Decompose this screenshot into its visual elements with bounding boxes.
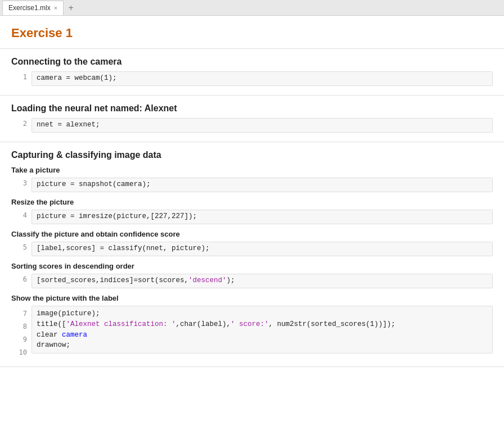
main-content: Exercise 1 Connecting to the camera 1 ca…	[0, 16, 504, 435]
label-sorting-scores: Sorting scores in descending order	[11, 262, 493, 270]
code-line-8: title(['Alexnet classification: ',char(l…	[37, 319, 488, 330]
code-cell-6[interactable]: [sorted_scores,indices]=sort(scores,'des…	[32, 274, 493, 288]
code-line-10: drawnow;	[37, 340, 488, 351]
code-cell-4[interactable]: picture = imresize(picture,[227,227]);	[32, 210, 493, 224]
tab-label: Exercise1.mlx	[8, 4, 51, 12]
code-rows-7-10: 7 8 9 10 image(picture); title(['Alexnet…	[11, 306, 493, 357]
code-cell-1[interactable]: camera = webcam(1);	[32, 71, 493, 86]
section-connecting: Connecting to the camera 1 camera = webc…	[0, 49, 504, 96]
code-row-4: 4 picture = imresize(picture,[227,227]);	[11, 210, 493, 224]
code-cell-2[interactable]: nnet = alexnet;	[32, 118, 493, 133]
line-num-1: 1	[11, 71, 32, 81]
section-title-classifying: Capturing & classifying image data	[11, 150, 493, 160]
code-row-5: 5 [label,scores] = classify(nnet, pictur…	[11, 242, 493, 256]
label-classify-picture: Classify the picture and obtain confiden…	[11, 230, 493, 238]
page-title: Exercise 1	[0, 16, 504, 49]
code-cell-3[interactable]: picture = snapshot(camera);	[32, 178, 493, 192]
label-take-picture: Take a picture	[11, 166, 493, 174]
section-classifying: Capturing & classifying image data Take …	[0, 142, 504, 367]
line-num-7: 7	[11, 306, 27, 319]
tab-bar: Exercise1.mlx × +	[0, 0, 504, 16]
tab-exercise1[interactable]: Exercise1.mlx ×	[2, 1, 64, 15]
code-cell-5[interactable]: [label,scores] = classify(nnet, picture)…	[32, 242, 493, 256]
code-row-2: 2 nnet = alexnet;	[11, 118, 493, 133]
code-line-7: image(picture);	[37, 309, 488, 319]
label-show-picture: Show the picture with the label	[11, 294, 493, 302]
section-title-loading: Loading the neural net named: Alexnet	[11, 103, 493, 114]
line-num-6: 6	[11, 274, 32, 283]
code-row-3: 3 picture = snapshot(camera);	[11, 178, 493, 192]
code-line-9: clear camera	[37, 330, 488, 341]
section-title-connecting: Connecting to the camera	[11, 57, 493, 67]
tab-add-button[interactable]: +	[65, 2, 77, 14]
line-nums-7-10: 7 8 9 10	[11, 306, 32, 357]
line-num-9: 9	[11, 332, 27, 345]
line-num-8: 8	[11, 319, 27, 332]
label-resize-picture: Resize the picture	[11, 198, 493, 206]
line-num-2: 2	[11, 118, 32, 128]
section-loading: Loading the neural net named: Alexnet 2 …	[0, 96, 504, 142]
line-num-4: 4	[11, 210, 32, 219]
code-cell-7-10[interactable]: image(picture); title(['Alexnet classifi…	[32, 306, 493, 354]
line-num-10: 10	[11, 345, 27, 357]
code-row-1: 1 camera = webcam(1);	[11, 71, 493, 86]
line-num-3: 3	[11, 178, 32, 187]
tab-close-icon[interactable]: ×	[54, 4, 57, 11]
code-row-6: 6 [sorted_scores,indices]=sort(scores,'d…	[11, 274, 493, 288]
line-num-5: 5	[11, 242, 32, 251]
